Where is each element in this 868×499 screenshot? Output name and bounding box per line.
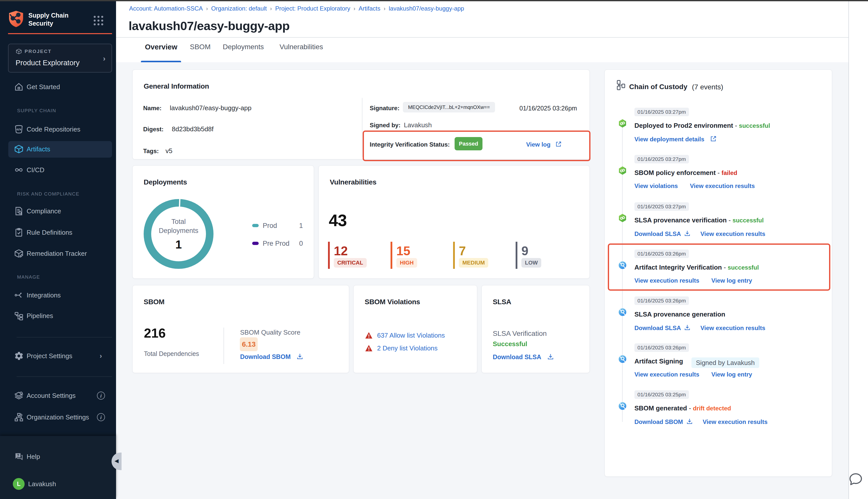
svg-text:?: ? xyxy=(17,453,19,457)
